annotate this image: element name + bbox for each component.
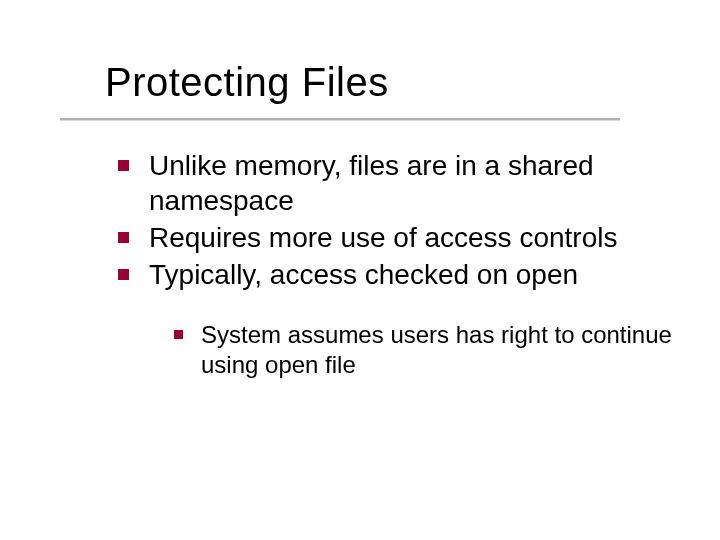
bullet-list-level2: System assumes users has right to contin… bbox=[174, 320, 674, 380]
list-item: Requires more use of access controls bbox=[118, 220, 678, 255]
slide: Protecting Files Unlike memory, files ar… bbox=[0, 0, 720, 540]
bullet-text: System assumes users has right to contin… bbox=[201, 320, 674, 380]
bullet-text: Requires more use of access controls bbox=[149, 220, 617, 255]
list-item: Typically, access checked on open bbox=[118, 257, 678, 292]
list-item: Unlike memory, files are in a shared nam… bbox=[118, 148, 678, 218]
bullet-text: Typically, access checked on open bbox=[149, 257, 578, 292]
square-bullet-icon bbox=[174, 330, 183, 339]
list-item: System assumes users has right to contin… bbox=[174, 320, 674, 380]
square-bullet-icon bbox=[118, 160, 129, 171]
square-bullet-icon bbox=[118, 232, 129, 243]
title-underline bbox=[60, 118, 620, 120]
bullet-text: Unlike memory, files are in a shared nam… bbox=[149, 148, 678, 218]
bullet-list-level1: Unlike memory, files are in a shared nam… bbox=[118, 148, 678, 294]
slide-title: Protecting Files bbox=[105, 60, 389, 105]
square-bullet-icon bbox=[118, 269, 129, 280]
